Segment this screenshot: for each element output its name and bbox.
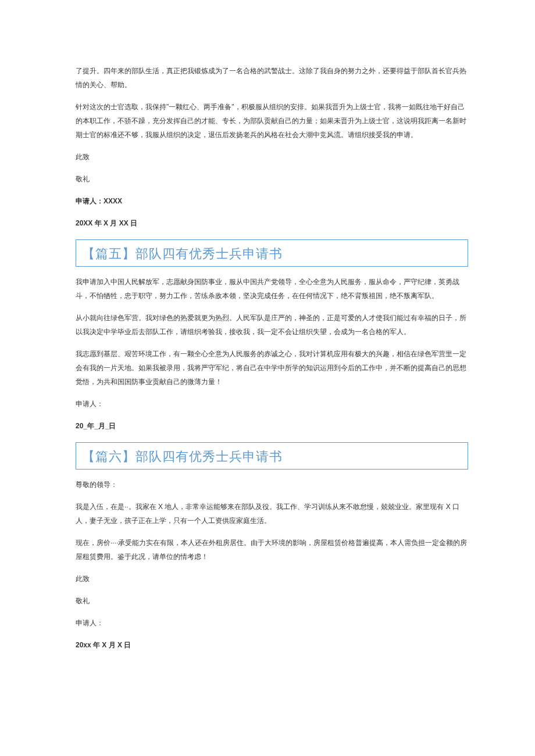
applicant-line: 申请人：XXXX <box>76 194 468 208</box>
closing-salutation: 此致 <box>76 150 468 164</box>
body-paragraph: 我志愿到基层、艰苦环境工作，有一颗全心全意为人民服务的赤诚之心，我对计算机应用有… <box>76 347 468 389</box>
closing-salutation: 敬礼 <box>76 594 468 608</box>
body-paragraph: 现在，房价····承受能力实在有限，本人还在外租房居住。由于大环境的影响，房屋租… <box>76 536 468 564</box>
applicant-line: 申请人： <box>76 616 468 630</box>
salutation: 尊敬的领导： <box>76 478 468 492</box>
closing-salutation: 敬礼 <box>76 172 468 186</box>
body-paragraph: 从小就向往绿色军营。我对绿色的热爱就更为热烈。人民军队是庄严的，神圣的，正是可爱… <box>76 311 468 339</box>
date-line: 20XX 年 X 月 XX 日 <box>76 216 468 230</box>
closing-salutation: 此致 <box>76 572 468 586</box>
body-paragraph: 我是入伍，在是··。我家在 X 地人，非常幸运能够来在部队及役。我工作、学习训练… <box>76 500 468 528</box>
section-5-title: 【篇五】部队四有优秀士兵申请书 <box>76 239 468 267</box>
applicant-line: 申请人： <box>76 397 468 411</box>
body-paragraph: 了提升。四年来的部队生活，真正把我锻炼成为了一名合格的武警战士。这除了我自身的努… <box>76 64 468 92</box>
body-paragraph: 我申请加入中国人民解放军，志愿献身国防事业，服从中国共产党领导，全心全意为人民服… <box>76 275 468 303</box>
section-6-title: 【篇六】部队四有优秀士兵申请书 <box>76 442 468 470</box>
date-line: 20xx 年 X 月 X 日 <box>76 638 468 652</box>
body-paragraph: 针对这次的士官选取，我保持"一颗红心、两手准备"，积极服从组织的安排。如果我晋升… <box>76 100 468 142</box>
date-line: 20_年_月_日 <box>76 419 468 433</box>
